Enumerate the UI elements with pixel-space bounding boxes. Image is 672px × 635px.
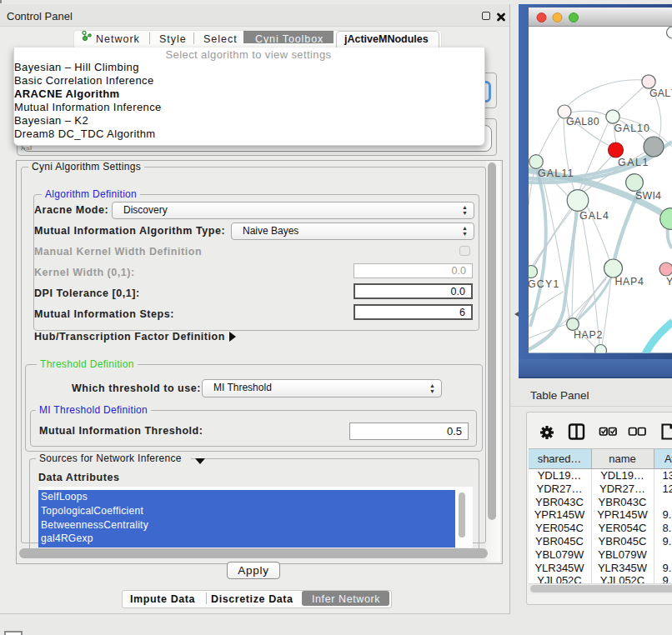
svg-text:GAL4: GAL4 [579, 210, 609, 222]
svg-text:GCY1: GCY1 [528, 278, 560, 290]
svg-text:GAL11: GAL11 [538, 168, 574, 179]
svg-text:HAP2: HAP2 [574, 329, 603, 341]
svg-text:GAL10: GAL10 [614, 122, 650, 134]
svg-text:HAP4: HAP4 [615, 276, 644, 288]
svg-text:YP: YP [666, 276, 672, 288]
svg-text:GAL80: GAL80 [566, 116, 599, 128]
svg-text:SWI4: SWI4 [635, 190, 661, 202]
svg-text:GAL1: GAL1 [618, 157, 649, 168]
svg-text:GAL7: GAL7 [649, 88, 672, 99]
